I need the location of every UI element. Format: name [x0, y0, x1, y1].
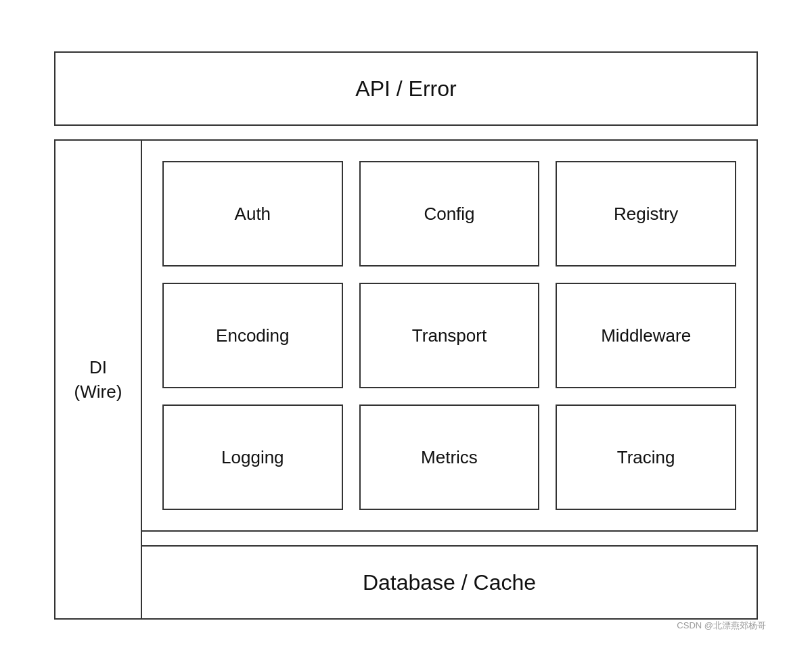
module-auth: Auth: [162, 161, 343, 267]
module-config: Config: [359, 161, 540, 267]
middle-row: DI(Wire) Auth Config Registry: [54, 139, 758, 620]
diagram-container: API / Error DI(Wire) Auth Config: [34, 31, 778, 640]
module-encoding-label: Encoding: [216, 325, 289, 346]
watermark-text: CSDN @北漂燕郊杨哥: [677, 620, 766, 630]
module-logging-label: Logging: [221, 447, 284, 468]
module-tracing: Tracing: [556, 404, 736, 510]
api-error-label: API / Error: [355, 76, 456, 101]
module-transport: Transport: [359, 283, 540, 388]
module-encoding: Encoding: [162, 283, 343, 388]
module-tracing-label: Tracing: [617, 447, 675, 468]
api-error-box: API / Error: [54, 51, 758, 126]
module-registry: Registry: [556, 161, 736, 267]
module-transport-label: Transport: [412, 325, 487, 346]
di-wire-label: DI(Wire): [74, 355, 122, 404]
database-label: Database / Cache: [363, 570, 536, 595]
module-metrics: Metrics: [359, 404, 540, 510]
module-logging: Logging: [162, 404, 343, 510]
modules-grid: Auth Config Registry Encoding Transport: [162, 161, 736, 510]
right-column: Auth Config Registry Encoding Transport: [141, 139, 758, 620]
database-box: Database / Cache: [141, 545, 758, 620]
module-metrics-label: Metrics: [421, 447, 478, 468]
module-config-label: Config: [424, 204, 474, 225]
module-registry-label: Registry: [614, 204, 678, 225]
di-wire-box: DI(Wire): [54, 139, 142, 620]
module-middleware-label: Middleware: [601, 325, 691, 346]
watermark: CSDN @北漂燕郊杨哥: [677, 620, 766, 632]
module-auth-label: Auth: [235, 204, 271, 225]
module-middleware: Middleware: [556, 283, 736, 388]
modules-box: Auth Config Registry Encoding Transport: [141, 139, 758, 532]
